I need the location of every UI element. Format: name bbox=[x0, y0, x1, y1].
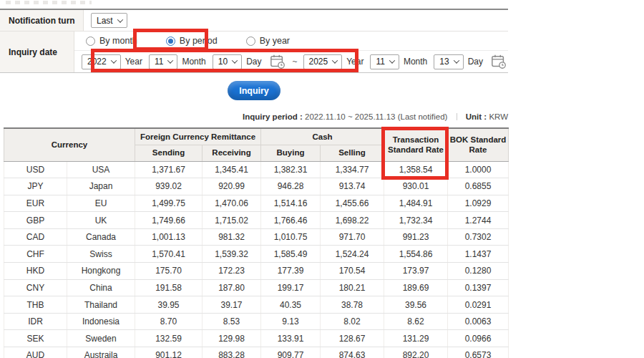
inquiry-form: Notification turn Last Inquiry date By m… bbox=[0, 9, 508, 73]
table-cell: Austraila bbox=[67, 347, 135, 358]
table-cell: CAD bbox=[4, 228, 67, 246]
table-cell: EU bbox=[67, 195, 135, 212]
radio-unselected-icon bbox=[86, 37, 95, 46]
table-cell: 1,345.41 bbox=[203, 161, 261, 178]
table-body: USDUSA1,371.671,345.411,382.311,334.771,… bbox=[4, 161, 509, 358]
table-cell: 1,358.54 bbox=[384, 161, 448, 178]
col-sending: Sending bbox=[135, 145, 203, 161]
table-cell: 1,371.67 bbox=[135, 161, 203, 178]
date-range-controls: 2022 Year 11 Month 10 Day bbox=[74, 50, 508, 72]
table-cell: 1,766.46 bbox=[261, 212, 321, 229]
table-cell: 981.32 bbox=[203, 228, 261, 246]
inquiry-date-mode-radios: By month By period By year bbox=[74, 32, 508, 50]
table-cell: 1,382.31 bbox=[261, 161, 321, 178]
screenshot-crop-artifact bbox=[6, 1, 92, 4]
to-day-value: 13 bbox=[439, 57, 449, 67]
table-cell: 189.69 bbox=[384, 279, 448, 296]
table-cell: 8.53 bbox=[203, 313, 261, 330]
table-cell: 1,715.02 bbox=[203, 212, 261, 229]
table-cell: 946.28 bbox=[261, 178, 321, 195]
table-cell: 0.1280 bbox=[448, 263, 509, 280]
notification-turn-select[interactable]: Last bbox=[91, 13, 127, 28]
table-cell: HKD bbox=[4, 263, 67, 280]
table-cell: EUR bbox=[4, 195, 67, 212]
exchange-rate-table-wrap: Currency Foreign Currency Remittance Cas… bbox=[4, 127, 508, 358]
table-cell: 133.91 bbox=[261, 330, 321, 347]
month-unit-label: Month bbox=[404, 57, 427, 67]
col-buying: Buying bbox=[261, 145, 321, 161]
table-cell: 1.0929 bbox=[448, 195, 509, 212]
table-cell: 892.20 bbox=[384, 347, 448, 358]
radio-unselected-icon bbox=[246, 37, 255, 46]
inquiry-period-label: Inquiry period : bbox=[243, 112, 303, 121]
table-cell: 39.17 bbox=[203, 296, 261, 314]
year-unit-label: Year bbox=[346, 57, 364, 67]
month-unit-label: Month bbox=[182, 57, 205, 67]
table-cell: 1,749.66 bbox=[135, 212, 203, 229]
range-separator: ~ bbox=[293, 57, 298, 67]
radio-by-year[interactable]: By year bbox=[246, 36, 290, 46]
inquiry-period-value: 2022.11.10 ~ 2025.11.13 (Last notified) bbox=[305, 112, 447, 121]
table-cell: USD bbox=[4, 161, 67, 178]
table-cell: Indonesia bbox=[67, 313, 135, 330]
radio-by-month-label: By month bbox=[99, 36, 137, 46]
radio-by-month[interactable]: By month bbox=[86, 36, 137, 46]
table-cell: 1,514.16 bbox=[261, 195, 321, 212]
table-cell: 0.6855 bbox=[448, 178, 509, 195]
table-cell: GBP bbox=[4, 212, 67, 229]
table-header: Currency Foreign Currency Remittance Cas… bbox=[4, 128, 509, 161]
chevron-down-icon bbox=[117, 16, 122, 22]
table-cell: 909.77 bbox=[261, 347, 321, 358]
from-year-select[interactable]: 2022 bbox=[82, 54, 121, 69]
table-cell: 1,524.24 bbox=[321, 246, 384, 263]
table-cell: 1,499.75 bbox=[135, 195, 203, 212]
day-unit-label: Day bbox=[246, 57, 261, 67]
table-row: USDUSA1,371.671,345.411,382.311,334.771,… bbox=[4, 161, 509, 178]
table-row: EUREU1,499.751,470.061,514.161,455.661,4… bbox=[4, 195, 509, 212]
table-cell: Thailand bbox=[67, 296, 135, 314]
col-bok-standard-rate: BOK Standard Rate bbox=[448, 128, 509, 161]
table-cell: 180.21 bbox=[321, 279, 384, 296]
from-day-select[interactable]: 10 bbox=[213, 54, 242, 69]
table-cell: 172.23 bbox=[203, 263, 261, 280]
from-day-value: 10 bbox=[218, 57, 228, 67]
table-cell: 1,539.32 bbox=[203, 246, 261, 263]
to-year-select[interactable]: 2025 bbox=[303, 54, 343, 69]
table-cell: 0.0291 bbox=[448, 296, 509, 314]
col-transaction-standard-rate: Transaction Standard Rate bbox=[384, 128, 448, 161]
from-month-value: 11 bbox=[155, 57, 163, 67]
to-day-select[interactable]: 13 bbox=[434, 54, 463, 69]
table-cell: 913.74 bbox=[321, 178, 384, 195]
meta-divider bbox=[457, 113, 457, 120]
table-cell: UK bbox=[67, 212, 135, 229]
unit-label: Unit : bbox=[466, 112, 487, 121]
calendar-clock-icon[interactable] bbox=[491, 54, 507, 69]
to-month-value: 11 bbox=[376, 57, 384, 67]
chevron-down-icon bbox=[232, 57, 238, 63]
table-cell: Japan bbox=[67, 178, 135, 195]
table-cell: 0.7302 bbox=[448, 228, 509, 246]
exchange-rate-inquiry-page: Notification turn Last Inquiry date By m… bbox=[0, 0, 644, 358]
to-month-select[interactable]: 11 bbox=[370, 54, 399, 69]
table-row: THBThailand39.9539.1740.3538.7839.560.02… bbox=[4, 296, 509, 314]
table-cell: 8.70 bbox=[135, 313, 203, 330]
table-row: CHFSwiss1,570.411,539.321,585.491,524.24… bbox=[4, 246, 509, 263]
table-cell: 199.17 bbox=[261, 279, 321, 296]
table-cell: 39.95 bbox=[135, 296, 203, 314]
from-month-select[interactable]: 11 bbox=[149, 54, 177, 69]
table-cell: 0.1397 bbox=[448, 279, 509, 296]
table-cell: 1,698.22 bbox=[321, 212, 384, 229]
table-cell: USA bbox=[67, 161, 135, 178]
table-row: CNYChina191.58187.80199.17180.21189.690.… bbox=[4, 279, 509, 296]
inquiry-button[interactable]: Inquiry bbox=[228, 81, 280, 100]
inquiry-date-label: Inquiry date bbox=[0, 32, 74, 72]
table-cell: 1,732.34 bbox=[384, 212, 448, 229]
notification-turn-row: Notification turn Last bbox=[0, 10, 508, 32]
radio-by-period[interactable]: By period bbox=[166, 36, 218, 46]
calendar-clock-icon[interactable] bbox=[270, 54, 286, 69]
chevron-down-icon bbox=[389, 57, 395, 63]
table-cell: 901.12 bbox=[135, 347, 203, 358]
day-unit-label: Day bbox=[468, 57, 483, 67]
notification-turn-label: Notification turn bbox=[0, 10, 84, 31]
table-cell: 1,455.66 bbox=[321, 195, 384, 212]
